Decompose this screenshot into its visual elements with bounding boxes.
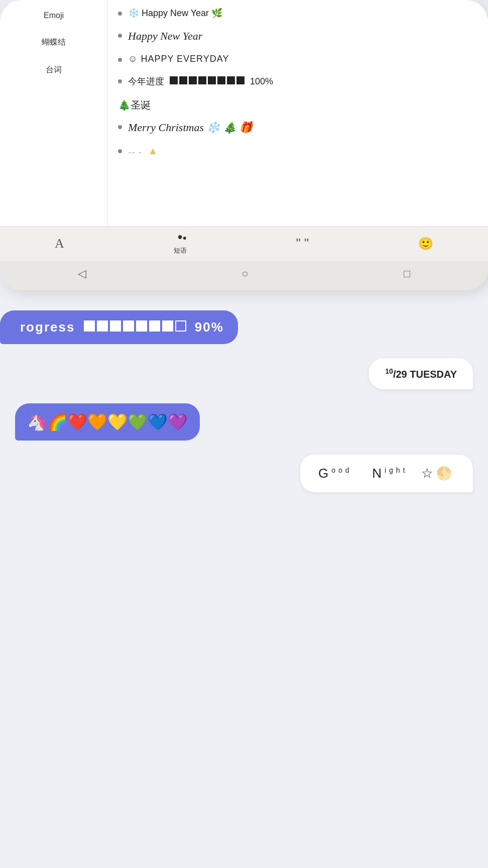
home-icon[interactable]: ○ (241, 267, 248, 280)
phrase-text: ☺ HAPPY EVERYDAY (128, 54, 229, 64)
date-bubble[interactable]: 10/29 TUESDAY (369, 358, 473, 389)
date-text: 10/29 TUESDAY (385, 369, 457, 380)
emoji-bubble[interactable]: 🦄🌈❤️🧡💛💚💙💜 (15, 403, 200, 441)
bullet-icon (118, 58, 122, 62)
progress-percent: 90% (195, 319, 224, 335)
toolbar-quote[interactable]: " " (296, 236, 309, 251)
quote-icon: " " (296, 236, 309, 251)
bullet-icon (118, 12, 122, 16)
bullet-icon (118, 149, 122, 153)
goodnight-bubble[interactable]: Good Night ☆🌕 (300, 455, 473, 492)
sidebar-item-script[interactable]: 台词 (0, 59, 107, 81)
recents-icon[interactable]: □ (404, 267, 410, 280)
sidebar-item-bowtie[interactable]: 蝴蝶结 (0, 31, 107, 54)
toolbar-phrases[interactable]: ● ● 短语 (174, 232, 187, 255)
sidebar-item-emoji[interactable]: Emoji (0, 5, 107, 26)
toolbar-emoji[interactable]: 🙂 (418, 237, 433, 251)
phrase-text: 今年进度 100% (128, 75, 273, 87)
chat-messages: rogress 90% 10/29 TUESDAY 🦄🌈❤️🧡💛💚💙💜 (15, 310, 473, 492)
font-icon: A (55, 236, 64, 251)
phone-mockup: Emoji 蝴蝶结 台词 ❄️ Happy New Year 🌿 Happy N… (0, 0, 488, 290)
chat-section: rogress 90% 10/29 TUESDAY 🦄🌈❤️🧡💛💚💙💜 (0, 290, 488, 512)
phrases-icon: ● ● (177, 232, 183, 242)
progress-prefix: rogress (20, 319, 75, 335)
bullet-icon (118, 79, 122, 83)
fade-phrase: -- - (128, 145, 142, 158)
bullet-icon (118, 34, 122, 38)
list-item[interactable]: Happy New Year (118, 30, 478, 43)
list-item[interactable]: -- - ▲ (118, 145, 478, 158)
christmas-phrase: Merry Christmas ❄️ 🎄 🎁 (128, 121, 253, 134)
phrase-list: ❄️ Happy New Year 🌿 Happy New Year ☺ HAP… (118, 8, 478, 87)
emoji-icon: 🙂 (418, 237, 433, 251)
nav-bar: ◁ ○ □ (0, 261, 488, 290)
phone-screen: Emoji 蝴蝶结 台词 ❄️ Happy New Year 🌿 Happy N… (0, 0, 488, 226)
toolbar-font[interactable]: A (55, 236, 64, 251)
progress-blocks-chat (84, 320, 186, 332)
list-item[interactable]: ☺ HAPPY EVERYDAY (118, 54, 478, 64)
phrase-text: ❄️ Happy New Year 🌿 (128, 8, 222, 19)
back-icon[interactable]: ◁ (78, 267, 86, 280)
toolbar-label-phrases: 短语 (174, 246, 187, 255)
christmas-list: Merry Christmas ❄️ 🎄 🎁 -- - ▲ (118, 121, 478, 158)
section-header: 🎄圣诞 (118, 98, 478, 112)
goodnight-text: Good Night ☆🌕 (318, 466, 455, 481)
list-item[interactable]: 今年进度 100% (118, 75, 478, 87)
content-area: ❄️ Happy New Year 🌿 Happy New Year ☺ HAP… (108, 0, 488, 226)
emoji-text: 🦄🌈❤️🧡💛💚💙💜 (27, 413, 188, 431)
phrase-text: Happy New Year (128, 30, 202, 43)
bullet-icon (118, 125, 122, 129)
list-item[interactable]: ❄️ Happy New Year 🌿 (118, 8, 478, 19)
progress-blocks (170, 76, 245, 84)
list-item[interactable]: Merry Christmas ❄️ 🎄 🎁 (118, 121, 478, 134)
progress-bubble[interactable]: rogress 90% (0, 310, 238, 344)
toolbar: A ● ● 短语 " " 🙂 (0, 226, 488, 261)
sidebar: Emoji 蝴蝶结 台词 (0, 0, 108, 226)
